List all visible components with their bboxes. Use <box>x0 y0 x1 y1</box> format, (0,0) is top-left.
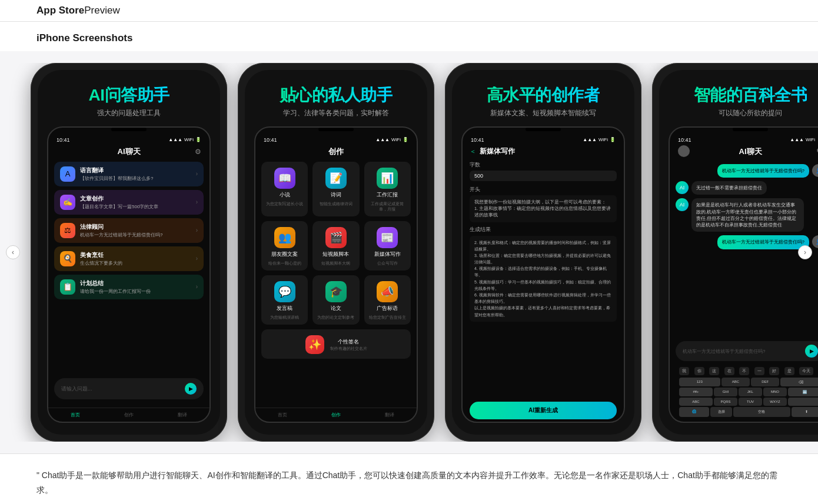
kb-key-select[interactable]: 选择 <box>710 407 731 417</box>
form-label-intro: 开头 <box>470 186 617 193</box>
creation-novel[interactable]: 📖 小说 为您定制写超长小说 <box>261 162 308 216</box>
screen2-tabbar: 首页 创作 翻译 <box>255 408 417 422</box>
tab-create[interactable]: 创作 <box>124 412 134 418</box>
video-desc: 短视频脚本大纲 <box>321 261 350 266</box>
kb-key-abc[interactable]: ABC <box>721 378 750 386</box>
kb-key-abc2[interactable]: ABC <box>679 398 713 406</box>
creation-moments[interactable]: 👥 朋友圈文案 给你来一颗心是的 <box>261 221 308 271</box>
creation-signature[interactable]: ✨ 个性签名 制作有趣的社交名片 <box>261 329 411 359</box>
creation-poetry[interactable]: 📝 诗词 智能生成格律诗词 <box>312 162 359 216</box>
write-arrow-icon: › <box>196 199 198 205</box>
msg-bubble-user-2: 机动车一方无过错就等于无赔偿责任吗? <box>717 235 809 249</box>
phone-card-1: AI问答助手 强大的问题处理工具 10:41 ▲▲▲WiFi🔋 AI聊天 ⚙ <box>31 63 227 442</box>
report-desc: 工作成果记成更简单，月报 <box>368 201 407 212</box>
kb-row-4: 🌐 选择 空格 ⬆ <box>679 407 818 417</box>
kb-key-ghi[interactable]: GHI <box>714 388 737 396</box>
kb-key-wxyz[interactable]: WXYZ <box>763 398 787 406</box>
food-title: 美食烹饪 <box>80 251 196 259</box>
ai-regenerate-button[interactable]: AI重新生成 <box>470 402 617 419</box>
law-arrow-icon: › <box>196 227 198 233</box>
chat-list: A 语言翻译 【软件宝贝回答】帮我翻译这么多? › ✍ 文章创作 【题目名 <box>48 162 210 299</box>
creation-ads[interactable]: 📣 广告标语 给您定制广告宣传主 <box>364 275 411 325</box>
creation-video[interactable]: 🎬 短视频脚本 短视频脚本大纲 <box>312 221 359 271</box>
chat-item-plan[interactable]: 📋 计划总结 请给我一份一周的工作汇报写一份 › <box>54 275 204 299</box>
screen3-title: 新媒体写作 <box>480 146 515 156</box>
tab-translate[interactable]: 翻译 <box>178 412 187 418</box>
kb-key-mno[interactable]: MNO <box>763 388 787 396</box>
keyboard-suggestions: 我 你 这 在 不 一 好 是 今天 ∨ <box>676 365 818 376</box>
screen1-input-bar[interactable]: 请输入问题... ▶ <box>54 378 204 399</box>
kb-word-1[interactable]: 我 <box>679 367 689 375</box>
kb-key-mode[interactable]: 🔤 <box>788 388 818 396</box>
section-heading: iPhone Screenshots <box>0 22 818 51</box>
conversation-area: 👤 机动车一方无过错就等于无赔偿责任吗? AI 无过错一般不需要承担赔偿责任 A… <box>670 161 818 339</box>
scroll-right-arrow[interactable]: › <box>798 245 812 259</box>
tab2-translate[interactable]: 翻译 <box>385 412 394 418</box>
form-textarea-intro[interactable]: 我想要制作一份短视频拍摄大纲，以下是一些可以考虑的要素：1. 主题和故事情节：确… <box>470 195 617 222</box>
kb-key-pqrs[interactable]: PQRS <box>714 398 737 406</box>
ads-icon: 📣 <box>377 281 398 302</box>
kb-row-3: ABC PQRS TUV WXYZ <box>679 398 818 406</box>
screen1-send-button[interactable]: ▶ <box>185 383 197 395</box>
kb-key-del[interactable]: ⌫ <box>780 378 818 386</box>
plan-title: 计划总结 <box>80 279 196 288</box>
msg-ai-1: AI 无过错一般不需要承担赔偿责任 <box>676 181 818 195</box>
report-icon: 📊 <box>377 168 398 189</box>
thesis-name: 论文 <box>331 305 341 312</box>
novel-name: 小说 <box>280 191 290 199</box>
kb-key-tuv[interactable]: TUV <box>739 398 762 406</box>
kb-key-enter[interactable]: ⬆ <box>792 407 818 417</box>
speech-name: 发言稿 <box>277 305 292 312</box>
kb-word-8[interactable]: 是 <box>784 367 794 375</box>
kb-key-empty <box>788 398 818 406</box>
poetry-desc: 智能生成格律诗词 <box>320 201 353 206</box>
speech-icon: 💬 <box>274 281 295 302</box>
kb-word-7[interactable]: 好 <box>769 367 779 375</box>
kb-key-def[interactable]: DEF <box>751 378 779 386</box>
back-icon[interactable]: ＜ <box>470 147 476 156</box>
scroll-left-arrow[interactable]: ‹ <box>6 245 20 259</box>
chat-item-writing[interactable]: ✍ 文章创作 【题目名字文章】写一篇500字的文章 › <box>54 190 204 215</box>
kb-key-globe[interactable]: 🌐 <box>679 407 709 417</box>
kb-key-sym[interactable]: #¥+ <box>679 388 713 396</box>
kb-row-2: #¥+ GHI JKL MNO 🔤 <box>679 388 818 396</box>
phone3-subtitle: 新媒体文案、短视频脚本智能续写 <box>490 108 596 118</box>
tab2-home[interactable]: 首页 <box>278 412 287 418</box>
kb-row-1: 123 ABC DEF ⌫ <box>679 378 818 386</box>
screen4-input-box[interactable]: 机动车一方无过错就等于无赔偿责任吗? ▶ <box>676 341 818 361</box>
chat-item-language[interactable]: A 语言翻译 【软件宝贝回答】帮我翻译这么多? › <box>54 162 204 186</box>
form-value-wordcount[interactable]: 500 <box>470 171 617 181</box>
kb-key-jkl[interactable]: JKL <box>739 388 762 396</box>
creation-media[interactable]: 📰 新媒体写作 公众号写作 <box>364 221 411 271</box>
kb-word-2[interactable]: 你 <box>694 367 704 375</box>
kb-word-4[interactable]: 在 <box>724 367 734 375</box>
creation-report[interactable]: 📊 工作汇报 工作成果记成更简单，月报 <box>364 162 411 216</box>
kb-key-123[interactable]: 123 <box>679 378 720 386</box>
msg-bubble-ai-2: 如果是是机动车与行人或者非机动车发生交通事故的,机动车一方即使无责任也要承担一小… <box>691 198 804 232</box>
kb-word-3[interactable]: 这 <box>709 367 719 375</box>
tab-home[interactable]: 首页 <box>71 412 80 418</box>
ai-avatar-1: AI <box>676 181 689 194</box>
tab2-create[interactable]: 创作 <box>331 412 341 418</box>
result-label: 生成结果 <box>470 226 617 233</box>
msg-bubble-ai-1: 无过错一般不需要承担赔偿责任 <box>691 181 767 195</box>
screen4-send-button[interactable]: ▶ <box>805 345 818 358</box>
creation-thesis[interactable]: 🎓 论文 为您的论文定制参考 <box>312 275 359 325</box>
screen1-gear-icon[interactable]: ⚙ <box>195 148 201 156</box>
food-icon: 🍳 <box>60 251 75 266</box>
screen4-input-area: 机动车一方无过错就等于无赔偿责任吗? ▶ 我 你 这 在 不 一 好 是 <box>670 339 818 422</box>
report-name: 工作汇报 <box>377 191 398 199</box>
law-title: 法律顾问 <box>80 223 196 231</box>
kb-word-6[interactable]: 一 <box>754 367 764 375</box>
kb-key-space[interactable]: 空格 <box>733 407 790 417</box>
phone1-subtitle: 强大的问题处理工具 <box>97 108 161 118</box>
chat-item-law[interactable]: ⚖ 法律顾问 机动车一方无过错就等于无赔偿责任吗? › <box>54 218 204 243</box>
kb-word-5[interactable]: 不 <box>739 367 749 375</box>
phone1-title: AI问答助手 <box>89 86 169 105</box>
header-title-bold: App Store <box>36 5 84 16</box>
chat-item-food[interactable]: 🍳 美食烹饪 生么情况下要多大的 › <box>54 246 204 271</box>
creation-speech[interactable]: 💬 发言稿 为您输稿演讲稿 <box>261 275 308 325</box>
media-name: 新媒体写作 <box>374 251 401 258</box>
moments-icon: 👥 <box>274 227 295 248</box>
kb-word-9[interactable]: 今天 <box>799 367 813 375</box>
